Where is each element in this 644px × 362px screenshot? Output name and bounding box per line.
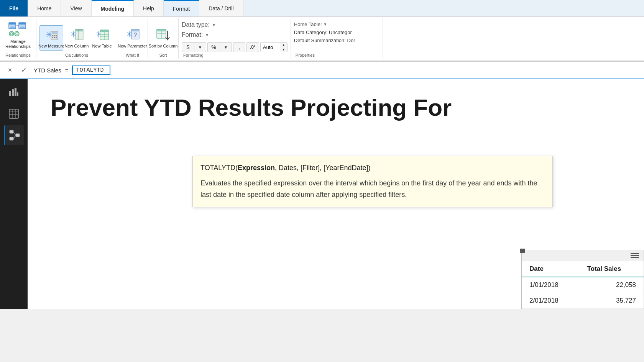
svg-line-53 xyxy=(13,132,16,135)
formula-cancel-button[interactable]: × xyxy=(3,63,17,77)
main-area: Prevent YTD Results Projecting For TOTAL… xyxy=(0,79,644,309)
new-table-icon: ✳ xyxy=(95,28,109,42)
svg-rect-17 xyxy=(54,35,55,36)
sidebar-model-icon[interactable] xyxy=(4,125,24,145)
data-type-dropdown[interactable]: ▼ xyxy=(212,23,216,27)
home-table-dropdown[interactable]: ▼ xyxy=(324,22,327,26)
data-category-text: Data Category: Uncategor xyxy=(294,29,352,35)
data-table: Date Total Sales 1/01/2018 22,058 2/01/2… xyxy=(522,261,644,309)
formula-tooltip: TOTALYTD(Expression, Dates, [Filter], [Y… xyxy=(192,156,553,207)
tooltip-signature: TOTALYTD(Expression, Dates, [Filter], [Y… xyxy=(200,162,545,174)
format-dropdown-arrow: ▼ xyxy=(205,33,209,37)
svg-rect-45 xyxy=(9,109,18,118)
svg-rect-20 xyxy=(54,37,55,38)
svg-rect-1 xyxy=(9,23,16,25)
formula-confirm-button[interactable]: ✓ xyxy=(17,63,31,77)
manage-relationships-icon xyxy=(8,22,26,38)
data-type-dropdown-arrow: ▼ xyxy=(212,23,216,27)
tab-format[interactable]: Format xyxy=(164,0,199,16)
format-spin: ▲ ▼ xyxy=(280,43,287,52)
data-type-label: Data type: xyxy=(182,21,210,28)
new-table-label: New Table xyxy=(92,43,112,49)
whatif-group: ✳ ? New Parameter What If xyxy=(117,18,148,59)
format-spin-down[interactable]: ▼ xyxy=(280,47,287,52)
tab-help[interactable]: Help xyxy=(134,0,164,16)
new-column-icon: ✳ xyxy=(69,28,84,42)
formula-measure-name: YTD Sales xyxy=(34,67,61,74)
auto-format-field[interactable] xyxy=(261,43,280,52)
tab-view[interactable]: View xyxy=(61,0,91,16)
tooltip-bold-param: Expression xyxy=(238,164,275,172)
new-column-label: New Column xyxy=(65,43,89,49)
auto-format-input: ▲ ▼ xyxy=(260,42,288,52)
format-label: Format: xyxy=(182,31,203,38)
svg-rect-15 xyxy=(52,32,57,34)
new-measure-icon: ✳ xyxy=(44,28,59,42)
svg-rect-51 xyxy=(10,137,13,140)
svg-point-10 xyxy=(10,33,13,35)
manage-relationships-button[interactable]: Manage Relationships xyxy=(3,21,33,51)
format-dropdown[interactable]: ▼ xyxy=(205,33,209,37)
sort-group-label: Sort xyxy=(158,52,168,59)
new-table-button[interactable]: ✳ New Table xyxy=(90,25,114,51)
svg-rect-28 xyxy=(100,30,108,32)
new-measure-button[interactable]: ✳ New Measure xyxy=(39,25,63,51)
svg-rect-43 xyxy=(15,88,16,96)
svg-rect-41 xyxy=(9,91,11,96)
resize-handle[interactable] xyxy=(520,249,525,253)
data-table-header-row xyxy=(522,250,644,261)
sort-group: Sort by Column Sort xyxy=(148,18,179,59)
tab-modeling[interactable]: Modeling xyxy=(92,0,134,16)
dollar-dropdown-arrow[interactable]: ▼ xyxy=(194,42,206,52)
svg-rect-50 xyxy=(10,130,13,133)
calculations-group: ✳ New Measure xyxy=(36,18,117,59)
col-total-sales-header: Total Sales xyxy=(580,261,644,277)
left-sidebar xyxy=(0,79,28,309)
relationships-group-label: Relationships xyxy=(4,52,32,59)
sidebar-data-icon[interactable] xyxy=(4,104,24,124)
svg-rect-44 xyxy=(17,92,18,96)
cell-sales-1: 22,058 xyxy=(580,277,644,293)
svg-rect-42 xyxy=(12,89,14,96)
sort-by-column-label: Sort by Column xyxy=(149,43,178,49)
data-category-row: Data Category: Uncategor xyxy=(294,29,380,35)
dollar-button[interactable]: $ xyxy=(182,42,194,52)
percent-button-group: % ▼ xyxy=(207,42,232,52)
svg-rect-34 xyxy=(131,29,139,31)
hamburger-menu-icon[interactable] xyxy=(629,252,641,259)
table-row: 1/01/2018 22,058 xyxy=(522,277,644,293)
percent-dropdown-arrow[interactable]: ▼ xyxy=(220,42,232,52)
formatting-group: Data type: ▼ Format: ▼ xyxy=(179,18,291,59)
tab-data-drill[interactable]: Data / Drill xyxy=(199,0,243,16)
default-summarization-row: Default Summarization: Dor xyxy=(294,38,380,43)
properties-group: Home Table: ▼ Data Category: Uncategor D… xyxy=(291,18,383,59)
new-parameter-label: New Parameter xyxy=(118,43,147,49)
properties-group-label: Properties xyxy=(294,52,316,59)
table-header-row: Date Total Sales xyxy=(522,261,644,277)
slide-content: Prevent YTD Results Projecting For TOTAL… xyxy=(28,79,644,309)
sort-by-column-button[interactable]: Sort by Column xyxy=(151,25,175,51)
formula-bar: × ✓ YTD Sales = TOTALYTD xyxy=(0,62,644,79)
svg-text:?: ? xyxy=(133,32,137,38)
formula-highlighted-text[interactable]: TOTALYTD xyxy=(72,66,110,75)
svg-rect-16 xyxy=(52,35,53,36)
sidebar-report-icon[interactable] xyxy=(4,82,24,102)
svg-rect-21 xyxy=(56,37,57,38)
svg-line-54 xyxy=(13,135,16,139)
dollar-button-group: $ ▼ xyxy=(182,42,206,52)
svg-rect-25 xyxy=(76,29,83,31)
canvas-area: Prevent YTD Results Projecting For TOTAL… xyxy=(28,79,644,309)
tab-home[interactable]: Home xyxy=(28,0,61,16)
slide-title: Prevent YTD Results Projecting For xyxy=(51,95,621,121)
format-spin-up[interactable]: ▲ xyxy=(280,43,287,47)
svg-rect-19 xyxy=(52,37,53,38)
decimal-button[interactable]: .0° xyxy=(246,42,259,52)
tab-file[interactable]: File xyxy=(0,0,28,16)
new-column-button[interactable]: ✳ New Column xyxy=(65,25,89,51)
percent-button[interactable]: % xyxy=(207,42,220,52)
new-parameter-button[interactable]: ✳ ? New Parameter xyxy=(121,25,145,51)
calculations-group-label: Calculations xyxy=(64,52,90,59)
comma-button[interactable]: , xyxy=(233,42,245,52)
formula-text-area: YTD Sales = TOTALYTD xyxy=(34,66,641,75)
svg-rect-5 xyxy=(19,23,26,25)
